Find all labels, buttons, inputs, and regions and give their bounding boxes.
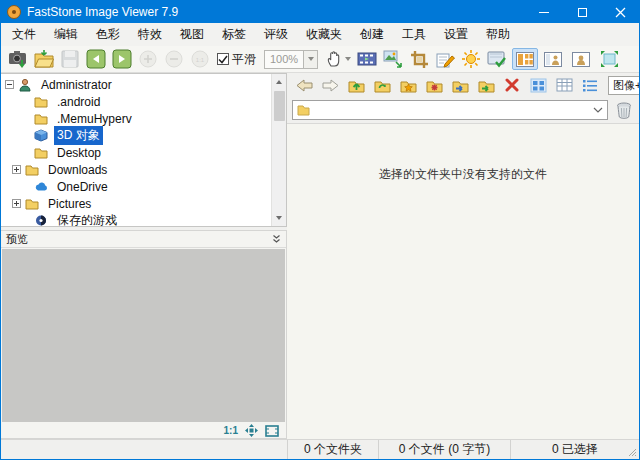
- menu-tag[interactable]: 标签: [213, 22, 255, 47]
- details-view-button[interactable]: [552, 75, 576, 95]
- tree-item-memuhyperv[interactable]: .MemuHyperv: [1, 110, 270, 127]
- scroll-up-icon[interactable]: [272, 74, 286, 89]
- resize-button[interactable]: [380, 47, 406, 71]
- status-bar: 0 个文件夹 0 个文件 (0 字节) 0 已选择: [1, 439, 639, 459]
- smooth-label: 平滑: [232, 51, 256, 68]
- adjust-colors-button[interactable]: [458, 47, 484, 71]
- screen-check-button[interactable]: [484, 47, 510, 71]
- menu-favorites[interactable]: 收藏夹: [297, 22, 351, 47]
- refresh-folder-button[interactable]: [370, 75, 394, 95]
- scrollbar-thumb[interactable]: [274, 91, 285, 121]
- menu-create[interactable]: 创建: [351, 22, 393, 47]
- hand-tool-button[interactable]: [322, 47, 354, 71]
- forward-button[interactable]: [318, 75, 342, 95]
- collapse-chevrons-icon[interactable]: [272, 234, 281, 244]
- address-combobox[interactable]: [292, 100, 608, 120]
- address-row: [287, 97, 639, 123]
- resize-grip[interactable]: [628, 448, 637, 457]
- expand-icon[interactable]: [12, 199, 21, 208]
- previous-image-button[interactable]: [83, 47, 109, 71]
- forward-arrow-icon: [322, 79, 339, 92]
- list-view-button[interactable]: [578, 75, 602, 95]
- acquire-camera-button[interactable]: [5, 47, 31, 71]
- copy-to-folder-button[interactable]: [448, 75, 472, 95]
- hand-dropdown-icon: [345, 57, 351, 64]
- folder-up-button[interactable]: [344, 75, 368, 95]
- copy-to-folder-icon: [452, 78, 469, 93]
- collapse-icon[interactable]: [5, 80, 14, 89]
- tree-item-3d-objects[interactable]: 3D 对象: [1, 127, 270, 144]
- status-folders: 0 个文件夹: [288, 440, 379, 459]
- tree-item-downloads[interactable]: Downloads: [1, 161, 270, 178]
- address-input[interactable]: [314, 104, 589, 116]
- tree-item-saved-games[interactable]: 保存的游戏: [1, 212, 270, 227]
- folder-icon: [297, 104, 310, 116]
- folder-tree-button[interactable]: [422, 75, 446, 95]
- menu-tools[interactable]: 工具: [393, 22, 435, 47]
- chevron-down-icon: [308, 57, 314, 64]
- rename-icon: [436, 50, 455, 69]
- next-image-button[interactable]: [109, 47, 135, 71]
- close-button[interactable]: [601, 1, 639, 23]
- zoom-level-select: 100%: [264, 50, 318, 69]
- minimize-button[interactable]: [525, 1, 563, 23]
- delete-button[interactable]: [500, 75, 524, 95]
- menu-effects[interactable]: 特效: [129, 22, 171, 47]
- pan-icon[interactable]: [245, 424, 258, 437]
- file-filter-value: 图像+视频: [608, 76, 640, 95]
- main-toolbar: 1:1 平滑 100%: [1, 46, 639, 73]
- fit-window-icon[interactable]: [265, 425, 279, 437]
- view-fullwindow-button[interactable]: [568, 48, 594, 70]
- rename-button[interactable]: [432, 47, 458, 71]
- file-filter-select[interactable]: 图像+视频: [608, 76, 640, 95]
- view-browser-button[interactable]: [512, 48, 538, 70]
- title-bar[interactable]: FastStone Image Viewer 7.9: [1, 1, 639, 23]
- preview-panel: 预览 1:1: [1, 230, 287, 439]
- tree-item-administrator[interactable]: Administrator: [1, 76, 270, 93]
- menu-settings[interactable]: 设置: [435, 22, 477, 47]
- view-fullscreen-button[interactable]: [596, 48, 622, 70]
- crop-icon: [410, 50, 429, 69]
- crop-button[interactable]: [406, 47, 432, 71]
- file-list-area[interactable]: 选择的文件夹中没有支持的文件: [287, 123, 639, 439]
- refresh-icon: [374, 78, 391, 93]
- tree-item-onedrive[interactable]: OneDrive: [1, 178, 270, 195]
- menu-view[interactable]: 视图: [171, 22, 213, 47]
- smooth-checkbox[interactable]: [217, 53, 229, 65]
- preview-title: 预览: [6, 232, 28, 247]
- expand-icon[interactable]: [12, 165, 21, 174]
- menu-file[interactable]: 文件: [3, 22, 45, 47]
- tree-item-pictures[interactable]: Pictures: [1, 195, 270, 212]
- app-window: FastStone Image Viewer 7.9 文件 编辑 色彩 特效 视…: [0, 0, 640, 460]
- tree-item-desktop[interactable]: Desktop: [1, 144, 270, 161]
- view-windowed-button[interactable]: [540, 48, 566, 70]
- menu-help[interactable]: 帮助: [477, 22, 519, 47]
- scroll-down-icon[interactable]: [272, 211, 286, 226]
- zoom-out-button: [161, 47, 187, 71]
- slideshow-button[interactable]: [354, 47, 380, 71]
- maximize-button[interactable]: [563, 1, 601, 23]
- recycle-bin-button[interactable]: [614, 100, 634, 120]
- hand-icon: [326, 50, 343, 68]
- folder-icon: [25, 197, 41, 211]
- menu-colors[interactable]: 色彩: [87, 22, 129, 47]
- svg-text:1:1: 1:1: [196, 57, 205, 63]
- thumbnails-view-button[interactable]: [526, 75, 550, 95]
- zoom-in-icon: [139, 50, 157, 68]
- folder-tree: Administrator .android .MemuHyperv: [1, 73, 287, 227]
- menu-edit[interactable]: 编辑: [45, 22, 87, 47]
- tree-scrollbar[interactable]: [271, 74, 286, 226]
- 3d-objects-icon: [34, 129, 50, 143]
- back-button[interactable]: [292, 75, 316, 95]
- folder-icon: [25, 163, 41, 177]
- saved-games-icon: [34, 214, 50, 228]
- open-folder-button[interactable]: [31, 47, 57, 71]
- move-to-folder-button[interactable]: [474, 75, 498, 95]
- check-icon: [218, 55, 228, 64]
- favorites-button[interactable]: [396, 75, 420, 95]
- minimize-icon: [539, 12, 549, 13]
- chevron-down-icon[interactable]: [593, 107, 603, 113]
- browser-toolbar: 图像+视频: [287, 73, 639, 97]
- tree-item-android[interactable]: .android: [1, 93, 270, 110]
- menu-rating[interactable]: 评级: [255, 22, 297, 47]
